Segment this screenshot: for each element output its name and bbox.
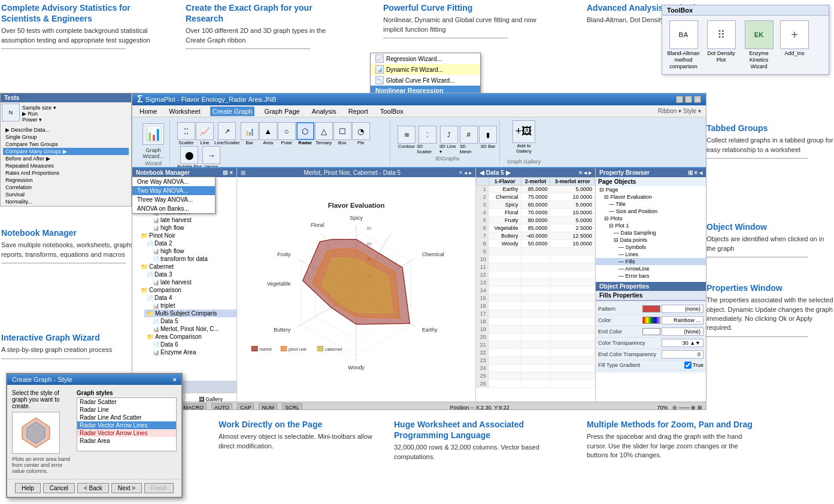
bubble-btn[interactable]: ⬤ Bubble Plot	[177, 146, 202, 168]
stats-two[interactable]: Compare Two Groups	[3, 141, 129, 148]
contour-btn[interactable]: ≋ Contour	[398, 126, 416, 154]
gallery-tab[interactable]: 🖼 Gallery	[185, 393, 237, 402]
scatter-btn[interactable]: ⁚⁚ Scatter	[177, 122, 195, 145]
tree-item-transform[interactable]: 📄transform for data	[150, 255, 236, 263]
prop-pattern-value[interactable]: (none)	[662, 305, 703, 313]
style-radar-scatter[interactable]: Radar Scatter	[77, 398, 176, 406]
tree-item-data5[interactable]: 📄Data 5	[150, 317, 236, 325]
radar-btn[interactable]: ⬡ Radar	[296, 122, 314, 145]
menu-toolbox[interactable]: ToolBox	[378, 107, 406, 116]
table-row[interactable]: 5Fruity80.00005.0000	[477, 217, 595, 224]
maximize-btn[interactable]: □	[685, 96, 692, 103]
style-radar-vector[interactable]: Radar Vector Arrow Lines	[77, 421, 176, 429]
stats-single[interactable]: Single Group	[3, 133, 129, 141]
style-radar-line-scatter[interactable]: Radar Line And Scatter	[77, 414, 176, 421]
tree-item-cabernet[interactable]: 📁Cabernet	[138, 263, 236, 271]
prop-row-gradient[interactable]: Fill Type Gradient True	[598, 360, 703, 371]
table-row[interactable]: 1Earthy85.00005.0000	[477, 186, 595, 193]
regression-item-2[interactable]: 📊 Dynamic Fit Wizard...	[371, 64, 480, 75]
toolbox-item-dot[interactable]: ⠿ Dot Density Plot	[705, 20, 738, 69]
prop-arrowline[interactable]: — ArrowLine	[596, 265, 706, 272]
dialog-finish-btn[interactable]: Finish	[144, 483, 174, 493]
mesh3d-btn[interactable]: # 3D Mesh	[460, 126, 478, 154]
tree-item-late-harvest[interactable]: 📊late harvest	[150, 216, 236, 224]
prop-flavor-eval[interactable]: ⊟ Flavor Evaluation	[596, 193, 706, 201]
line-scatter-btn[interactable]: ↗ Line/Scatter	[214, 122, 240, 145]
prop-gradient-checkbox[interactable]	[684, 362, 692, 369]
toolbox-item-addins[interactable]: + Add_Ins	[780, 20, 809, 69]
dialog-next-btn[interactable]: Next >	[111, 483, 142, 493]
polar-btn[interactable]: ○ Polar	[278, 122, 296, 145]
table-row[interactable]: 2Chemical75.000010.0000	[477, 193, 595, 201]
dialog-back-btn[interactable]: < Back	[77, 483, 109, 493]
prop-data-sampling[interactable]: — Data Sampling	[596, 229, 706, 236]
tree-item-data3[interactable]: 📄Data 3	[144, 271, 236, 278]
menu-analysis[interactable]: Analysis	[310, 107, 339, 116]
line3d-btn[interactable]: ⤴ 3D Line ▾	[439, 126, 459, 154]
graph-styles-list[interactable]: Radar Scatter Radar Line Radar Line And …	[77, 397, 177, 451]
toolbox-item-enzyme[interactable]: EK Enzyme Kinetics Wizard	[742, 20, 775, 69]
ternary-btn[interactable]: △ Ternary	[315, 122, 333, 145]
graph-close[interactable]: × ◂ ▸	[459, 169, 472, 176]
scatter3d-btn[interactable]: ⁚ 3D Scatter	[417, 126, 438, 154]
prop-symbols[interactable]: — Symbols	[596, 244, 706, 251]
prop-data-points[interactable]: ⊟ Data points	[596, 236, 706, 244]
stats-correlation[interactable]: Correlation	[3, 184, 129, 191]
prop-row-pattern[interactable]: Pattern (none)	[598, 303, 703, 315]
tree-item-high-flow[interactable]: 📊high flow	[150, 224, 236, 232]
tree-item-multi[interactable]: 📁Multi-Subject Comparis	[144, 309, 236, 317]
style-radar-line[interactable]: Radar Line	[77, 406, 176, 414]
table-row[interactable]: 4Floral70.000010.0000	[477, 209, 595, 217]
prop-plots[interactable]: ⊟ Plots	[596, 215, 706, 222]
stats-many[interactable]: Compare Many Groups ▶	[3, 148, 129, 155]
bar-btn[interactable]: 📊 Bar	[241, 122, 259, 145]
table-row[interactable]: 8Woody50.000010.0000	[477, 240, 595, 248]
anova-twoway[interactable]: Two Way ANOVA...	[132, 186, 215, 195]
dialog-help-btn[interactable]: Help	[15, 483, 41, 493]
style-radar-area[interactable]: Radar Area	[77, 437, 176, 445]
tree-item-triplet[interactable]: 📊triplet	[150, 302, 236, 309]
prop-row-color[interactable]: Color Rainbow ...	[598, 315, 703, 326]
prop-page[interactable]: ⊟ Page	[596, 186, 706, 193]
tree-item-data2[interactable]: 📄Data 2	[144, 239, 236, 247]
prop-tree-container[interactable]: ⊟ Page ⊟ Flavor Evaluation — Title — Siz…	[596, 186, 706, 282]
tree-item-late-harvest2[interactable]: 📊late harvest	[150, 278, 236, 286]
dialog-close-btn[interactable]: ×	[173, 376, 177, 383]
stats-repeated[interactable]: Repeated Measures	[3, 162, 129, 169]
stats-survival[interactable]: Survival	[3, 191, 129, 198]
prop-fills[interactable]: — Fills	[596, 258, 706, 265]
minimize-btn[interactable]: _	[676, 96, 683, 103]
toolbox-item-bland[interactable]: BA Bland-Altman method comparison	[667, 20, 700, 69]
tree-item-area[interactable]: 📁Area Comparison	[144, 333, 236, 341]
prop-title[interactable]: — Title	[596, 201, 706, 208]
area-btn[interactable]: ▲ Area	[259, 122, 277, 145]
prop-plot1[interactable]: ⊟ Plot 1	[596, 222, 706, 229]
prop-end-color-value[interactable]: (None)	[662, 327, 703, 336]
tree-item-high-flow2[interactable]: 📊high flow	[150, 247, 236, 255]
regression-item-3[interactable]: 📉 Global Curve Fit Wizard...	[371, 75, 480, 86]
style-radar-vector2[interactable]: Radar Vector Arrow Lines	[77, 429, 176, 437]
prop-color-value[interactable]: Rainbow ...	[662, 316, 703, 324]
prop-lines[interactable]: — Lines	[596, 251, 706, 258]
menu-graph-page[interactable]: Graph Page	[262, 107, 302, 116]
stats-before-after[interactable]: Before and After ▶	[3, 155, 129, 162]
prop-row-end-color[interactable]: End Color (None)	[598, 326, 703, 338]
line-btn[interactable]: 📈 Line	[196, 122, 214, 145]
zoom-controls[interactable]: ⊖ —— ⊕ ⊞	[672, 405, 702, 411]
dialog-cancel-btn[interactable]: Cancel	[43, 483, 75, 493]
box-btn[interactable]: ☐ Box	[333, 122, 351, 145]
anova-threeway[interactable]: Three Way ANOVA...	[132, 195, 215, 204]
vector-btn[interactable]: → Vector	[202, 146, 220, 168]
stats-rates[interactable]: Rates And Proportions	[3, 169, 129, 177]
graph-tab-label[interactable]: ⊞	[241, 169, 245, 176]
bar3d-btn[interactable]: ▮ 3D Bar	[479, 126, 497, 154]
prop-row-end-transparency[interactable]: End Color Transparency 0	[598, 349, 703, 360]
prop-row-transparency[interactable]: Color Transparency 30 ▲▼	[598, 338, 703, 349]
tree-item-pinot[interactable]: 📁Pinot Noir	[138, 232, 236, 239]
tree-item-data6[interactable]: 📄Data 6	[150, 341, 236, 348]
anova-oneway[interactable]: One Way ANOVA...	[132, 177, 215, 186]
anova-banks[interactable]: ANOVA on Banks...	[132, 204, 215, 213]
prop-error-bars[interactable]: — Error bars	[596, 272, 706, 280]
tree-item-merlot-pinot[interactable]: 📊Merlot, Pinot Noir, C...	[150, 325, 236, 333]
pie-btn[interactable]: ◔ Pie	[352, 122, 370, 145]
